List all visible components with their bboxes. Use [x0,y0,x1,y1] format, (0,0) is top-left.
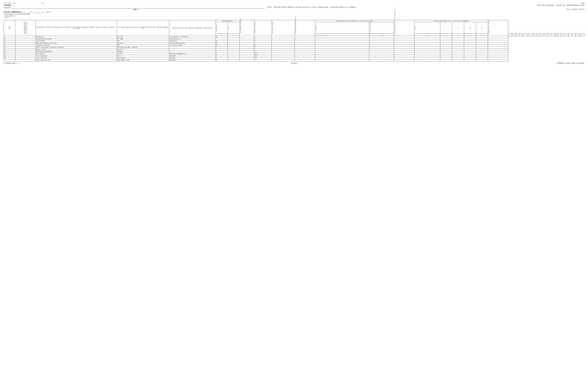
table-cell [452,53,464,55]
spec-title: ЗАКАЗНАЯ СПЕЦИФИКАЦИЯ № [4,11,22,13]
table-cell [295,51,315,53]
table-cell [228,51,240,53]
table-cell: I [254,36,272,38]
table-cell: I0. [4,38,15,40]
table-cell [476,51,488,53]
table-cell [295,44,315,46]
table-cell [15,53,36,55]
table-cell [414,59,440,61]
table-cell [240,57,254,59]
col-num-11: _II_ [516,34,523,36]
table-row: I0.Аккумуляторная батарея6СТ-459мСоюзгла… [4,38,584,40]
table-cell [15,40,36,42]
table-cell [228,55,240,57]
table-cell: Лампа накаливания на 220в 25вт [36,42,117,44]
table-cell: I6. [4,51,15,53]
footer-customer: Заказчик [197,63,391,64]
codes-label: Коды [581,2,584,4]
table-cell [440,59,452,61]
table-cell: МЭ-I [117,40,169,42]
table-cell: 9. [4,36,15,38]
table-cell [394,49,414,51]
table-cell [240,38,254,40]
org-name: ЦНИИЭПгражданскльстрой [567,4,584,6]
table-cell: м [216,51,228,53]
org-label: Проектная организация – разработчик [537,4,565,6]
table-cell [452,55,464,57]
table-cell [295,59,315,61]
table-cell [295,53,315,55]
table-cell [394,38,414,40]
table-cell [272,38,295,40]
table-cell: II. [4,40,15,42]
th-annual-group: ежегодное коли-чество на начало года, в … [315,20,394,22]
table-cell [476,59,488,61]
th-unit-code: код [228,22,240,34]
table-cell [394,42,414,44]
obj-value: Детские ясли-сад на 25 мест объеди-нённы… [295,6,356,8]
th-annual-stock: в том числе на складе [369,22,394,34]
table-cell: Кабельная промышленность [169,53,216,55]
table-cell [272,55,295,57]
table-cell [272,42,295,44]
table-cell: Электроэвонок [36,40,117,42]
table-cell: 39 [254,44,272,46]
table-cell: з-д электро-прибор [169,44,216,46]
table-cell [464,44,476,46]
table-cell: " [216,38,228,40]
table-cell [440,38,452,40]
main-table: №е№пп № позиций потехно-логи-ческойсхеме… [4,20,584,61]
doc-number: 2I4-2-I44 / IУ/ [4,2,16,4]
table-cell: разм.20х5мм [117,57,169,59]
table-cell [272,51,295,53]
table-cell [414,36,440,38]
th-type: Тип и марка оборудо-вания,каталог; №черт… [117,20,169,36]
table-cell [440,42,452,44]
spec-year: I978 г. [46,11,52,13]
table-cell [414,38,440,40]
director-label: Руководитель комплектующей организации [557,63,584,64]
table-cell: Аккумуляторная батарея [36,38,117,40]
table-cell [464,55,476,57]
part-label: Часть /раздел/ проекта [567,8,584,10]
col-num-3: _________3_________ [315,34,369,36]
th-total: всего [414,22,440,34]
table-cell [295,42,315,44]
table-cell [394,55,414,57]
page-header: УТВЕРЖДАЮ: Начальник I978 г. ЗАКАЗНАЯ СП… [4,4,584,18]
table-cell [15,59,36,61]
table-cell [452,36,464,38]
table-cell [488,42,508,44]
nachalnik-label: Начальник [4,7,11,8]
table-cell [464,38,476,40]
table-cell [394,51,414,53]
table-cell [369,46,394,49]
table-cell [488,53,508,55]
table-cell: Минчермет [169,57,216,59]
page-number: - 23 - [40,2,45,4]
table-cell: Шкаф с уплотнением в защитном исполнении [36,46,117,49]
table-cell: шт [216,40,228,42]
th-q1: I [440,22,452,34]
table-cell [228,59,240,61]
table-cell [488,46,508,49]
table-cell [315,59,369,61]
table-cell: 6СТ-459м [117,38,169,40]
table-cell [394,53,414,55]
table-cell [228,42,240,44]
org-line: Проектная организация – разработчик ЦНИИ… [267,4,584,6]
table-cell [228,38,240,40]
col-num-12: __I2__ [523,34,533,36]
table-cell [369,38,394,40]
table-cell [464,46,476,49]
table-cell [228,36,240,38]
table-cell [15,36,36,38]
table-cell [228,44,240,46]
table-cell [488,49,508,51]
col-num-19: _I9__ [576,34,584,36]
th-q4: IУ [476,22,488,34]
table-cell [15,51,36,53]
table-cell: м [216,55,228,57]
table-cell: ∅/50мм,м [117,51,169,53]
table-cell: шт [216,59,228,61]
